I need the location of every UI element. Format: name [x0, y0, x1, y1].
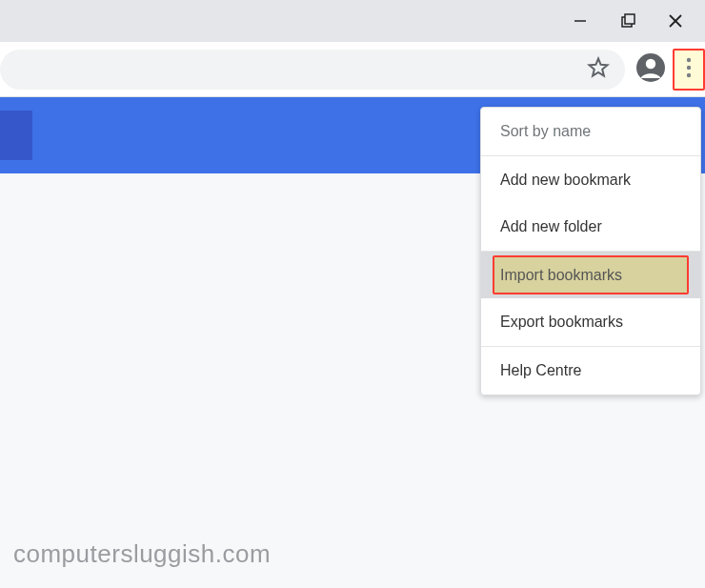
menu-item-label: Add new folder: [500, 218, 602, 234]
more-menu-button[interactable]: [673, 49, 705, 91]
minimize-button[interactable]: [556, 13, 604, 29]
svg-point-9: [687, 65, 691, 69]
svg-rect-2: [625, 14, 634, 24]
bookmarks-menu: Sort by name Add new bookmark Add new fo…: [480, 107, 701, 395]
content-area: Sort by name Add new bookmark Add new fo…: [0, 97, 705, 588]
profile-button[interactable]: [633, 51, 669, 88]
more-vertical-icon: [686, 57, 692, 82]
address-bar[interactable]: [0, 50, 625, 90]
maximize-button[interactable]: [604, 12, 652, 30]
svg-point-8: [687, 57, 691, 61]
menu-item-label: Import bookmarks: [500, 267, 622, 283]
window-titlebar: [0, 0, 705, 42]
menu-add-folder[interactable]: Add new folder: [481, 203, 700, 251]
menu-item-label: Add new bookmark: [500, 172, 631, 188]
svg-marker-5: [590, 58, 608, 75]
menu-export-bookmarks[interactable]: Export bookmarks: [481, 298, 700, 346]
close-button[interactable]: [652, 12, 699, 30]
browser-toolbar: [0, 42, 705, 97]
bookmarks-header-selection: [0, 111, 32, 160]
menu-add-bookmark[interactable]: Add new bookmark: [481, 156, 700, 204]
menu-item-label: Help Centre: [500, 362, 581, 378]
watermark-text: computersluggish.com: [13, 539, 271, 569]
menu-item-label: Export bookmarks: [500, 314, 623, 330]
profile-icon: [635, 52, 666, 87]
menu-import-bookmarks[interactable]: Import bookmarks: [481, 252, 700, 299]
svg-point-10: [687, 72, 691, 76]
menu-sort-by-name[interactable]: Sort by name: [481, 108, 700, 155]
menu-help-centre[interactable]: Help Centre: [481, 347, 700, 395]
star-icon[interactable]: [587, 56, 610, 83]
svg-point-7: [646, 58, 655, 68]
menu-item-label: Sort by name: [500, 123, 591, 139]
